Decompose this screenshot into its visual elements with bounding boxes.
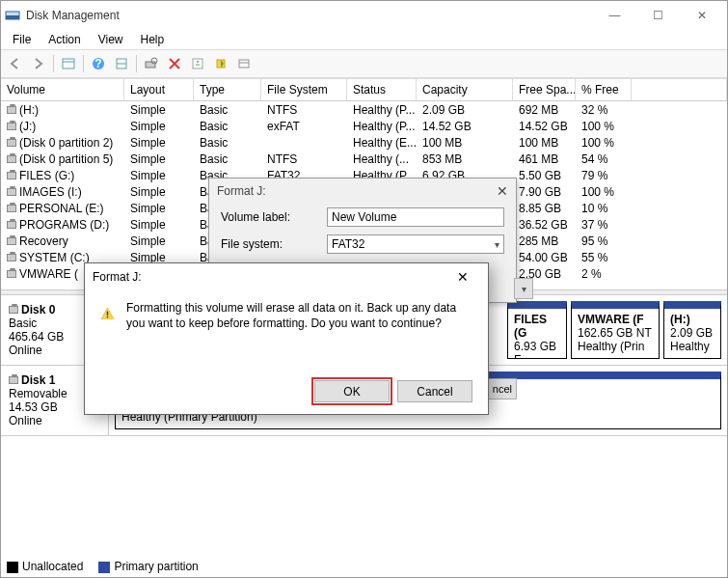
- svg-point-11: [197, 61, 199, 63]
- disk0-state: Online: [9, 344, 42, 357]
- volume-list-header: Volume Layout Type File System Status Ca…: [1, 79, 727, 101]
- settings-button[interactable]: [233, 53, 255, 74]
- window-title: Disk Management: [26, 9, 593, 22]
- dialog-message: Formatting this volume will erase all da…: [126, 300, 472, 331]
- volume-row[interactable]: (Disk 0 partition 2)SimpleBasicHealthy (…: [1, 134, 727, 151]
- help-button[interactable]: ?: [88, 53, 109, 74]
- dialog-title: Format J:: [93, 270, 142, 284]
- partition-box[interactable]: FILES (G 6.93 GB F Healthy (: [507, 301, 567, 359]
- col-free[interactable]: Free Spa...: [513, 79, 576, 100]
- volume-label-input[interactable]: [327, 207, 504, 227]
- col-spacer: [632, 79, 727, 100]
- partition-title: FILES (G: [514, 313, 547, 340]
- disk1-size: 14.53 GB: [9, 400, 58, 414]
- menu-help[interactable]: Help: [133, 31, 173, 48]
- svg-rect-10: [193, 59, 202, 69]
- col-pctfree[interactable]: % Free: [576, 79, 632, 100]
- col-filesystem[interactable]: File System: [261, 79, 347, 100]
- menu-file[interactable]: File: [5, 31, 39, 48]
- close-icon[interactable]: ✕: [497, 183, 508, 199]
- partition-size: 6.93 GB F: [514, 340, 556, 359]
- disk1-state: Online: [9, 414, 42, 427]
- partition-status: Healthy (Prin: [578, 340, 644, 353]
- back-button[interactable]: [5, 53, 26, 74]
- partition-box[interactable]: (H:) 2.09 GB Healthy: [663, 301, 721, 359]
- legend: Unallocated Primary partition: [7, 560, 199, 573]
- svg-rect-8: [146, 62, 155, 68]
- filesystem-value: FAT32: [332, 237, 364, 251]
- cancel-button[interactable]: Cancel: [397, 380, 472, 402]
- warning-icon: [100, 300, 115, 327]
- action-button[interactable]: [210, 53, 231, 74]
- filesystem-label: File system:: [221, 237, 317, 251]
- titlebar: Disk Management — ☐ ✕: [1, 1, 727, 30]
- format-confirm-dialog: Format J: ✕ Formatting this volume will …: [84, 262, 489, 415]
- delete-button[interactable]: [164, 53, 185, 74]
- rescan-disks-button[interactable]: [141, 53, 162, 74]
- close-button[interactable]: ✕: [680, 2, 723, 29]
- partition-size: 162.65 GB NT: [578, 326, 652, 340]
- disk0-name: Disk 0: [21, 303, 55, 317]
- filesystem-combo[interactable]: FAT32 ▾: [327, 234, 504, 254]
- disk1-type: Removable: [9, 387, 67, 400]
- show-hide-console-button[interactable]: [58, 53, 79, 74]
- menu-view[interactable]: View: [91, 31, 131, 48]
- format-dialog-title: Format J:: [217, 184, 266, 198]
- volume-row[interactable]: (Disk 0 partition 5)SimpleBasicNTFSHealt…: [1, 151, 727, 167]
- svg-text:?: ?: [94, 57, 101, 70]
- partition-title: VMWARE (F: [578, 313, 644, 326]
- disk0-size: 465.64 GB: [9, 330, 64, 344]
- chevron-down-icon: ▾: [495, 239, 499, 250]
- partition-status: Healthy: [670, 340, 710, 353]
- disk-icon: [9, 306, 18, 314]
- format-dialog-titlebar: Format J: ✕: [209, 179, 516, 204]
- toolbar: ?: [1, 49, 727, 78]
- svg-rect-14: [239, 60, 249, 68]
- volume-row[interactable]: (J:)SimpleBasicexFATHealthy (P...14.52 G…: [1, 118, 727, 134]
- forward-button[interactable]: [28, 53, 49, 74]
- col-status[interactable]: Status: [347, 79, 417, 100]
- menu-action[interactable]: Action: [40, 31, 88, 48]
- svg-rect-1: [6, 15, 19, 19]
- dialog-titlebar[interactable]: Format J: ✕: [85, 263, 488, 290]
- legend-primary: Primary partition: [98, 560, 198, 573]
- allocation-combo-fragment[interactable]: ▾: [514, 278, 533, 299]
- col-capacity[interactable]: Capacity: [417, 79, 513, 100]
- svg-rect-17: [107, 317, 108, 317]
- col-type[interactable]: Type: [194, 79, 261, 100]
- disk0-type: Basic: [9, 317, 37, 330]
- partition-size: 2.09 GB: [670, 326, 713, 340]
- col-layout[interactable]: Layout: [124, 79, 194, 100]
- menubar: File Action View Help: [1, 30, 727, 49]
- dialog-close-button[interactable]: ✕: [445, 269, 480, 285]
- properties-button[interactable]: [187, 53, 208, 74]
- maximize-button[interactable]: ☐: [636, 2, 680, 29]
- svg-rect-2: [63, 59, 74, 69]
- minimize-button[interactable]: —: [593, 2, 636, 29]
- legend-unallocated: Unallocated: [7, 560, 83, 573]
- ok-button[interactable]: OK: [314, 380, 390, 402]
- refresh-button[interactable]: [111, 53, 132, 74]
- volume-row[interactable]: (H:)SimpleBasicNTFSHealthy (P...2.09 GB6…: [1, 101, 727, 118]
- volume-label-label: Volume label:: [221, 210, 317, 224]
- col-volume[interactable]: Volume: [1, 79, 124, 100]
- disk-mgmt-icon: [5, 8, 20, 23]
- partition-title: (H:): [670, 313, 690, 326]
- partition-box[interactable]: VMWARE (F 162.65 GB NT Healthy (Prin: [571, 301, 660, 359]
- disk1-name: Disk 1: [21, 373, 55, 387]
- disk-icon: [9, 376, 18, 384]
- svg-rect-16: [107, 312, 108, 316]
